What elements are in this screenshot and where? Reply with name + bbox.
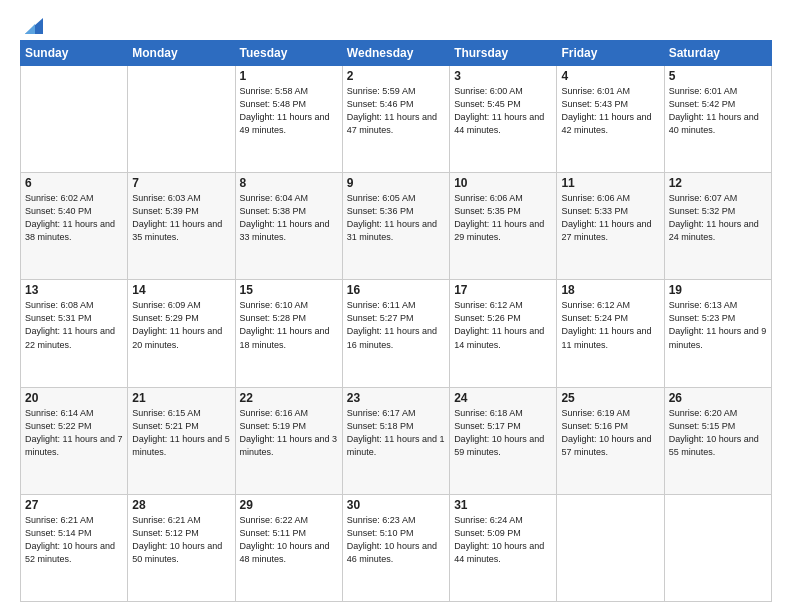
calendar-cell: 30Sunrise: 6:23 AM Sunset: 5:10 PM Dayli… xyxy=(342,494,449,601)
day-number: 21 xyxy=(132,391,230,405)
svg-marker-1 xyxy=(25,24,35,34)
page: SundayMondayTuesdayWednesdayThursdayFrid… xyxy=(0,0,792,612)
calendar-cell: 5Sunrise: 6:01 AM Sunset: 5:42 PM Daylig… xyxy=(664,66,771,173)
day-number: 7 xyxy=(132,176,230,190)
day-info: Sunrise: 6:01 AM Sunset: 5:43 PM Dayligh… xyxy=(561,85,659,137)
day-info: Sunrise: 6:12 AM Sunset: 5:24 PM Dayligh… xyxy=(561,299,659,351)
weekday-header-thursday: Thursday xyxy=(450,41,557,66)
calendar-cell: 29Sunrise: 6:22 AM Sunset: 5:11 PM Dayli… xyxy=(235,494,342,601)
day-info: Sunrise: 6:21 AM Sunset: 5:12 PM Dayligh… xyxy=(132,514,230,566)
day-number: 23 xyxy=(347,391,445,405)
day-number: 1 xyxy=(240,69,338,83)
day-number: 28 xyxy=(132,498,230,512)
calendar-cell: 28Sunrise: 6:21 AM Sunset: 5:12 PM Dayli… xyxy=(128,494,235,601)
day-info: Sunrise: 6:06 AM Sunset: 5:33 PM Dayligh… xyxy=(561,192,659,244)
day-number: 14 xyxy=(132,283,230,297)
calendar-cell: 17Sunrise: 6:12 AM Sunset: 5:26 PM Dayli… xyxy=(450,280,557,387)
day-number: 6 xyxy=(25,176,123,190)
logo-icon xyxy=(21,16,43,34)
day-number: 24 xyxy=(454,391,552,405)
calendar-cell: 26Sunrise: 6:20 AM Sunset: 5:15 PM Dayli… xyxy=(664,387,771,494)
day-number: 31 xyxy=(454,498,552,512)
day-number: 11 xyxy=(561,176,659,190)
day-info: Sunrise: 6:03 AM Sunset: 5:39 PM Dayligh… xyxy=(132,192,230,244)
day-info: Sunrise: 6:06 AM Sunset: 5:35 PM Dayligh… xyxy=(454,192,552,244)
calendar-cell: 19Sunrise: 6:13 AM Sunset: 5:23 PM Dayli… xyxy=(664,280,771,387)
day-info: Sunrise: 6:08 AM Sunset: 5:31 PM Dayligh… xyxy=(25,299,123,351)
weekday-header-wednesday: Wednesday xyxy=(342,41,449,66)
day-number: 8 xyxy=(240,176,338,190)
day-number: 13 xyxy=(25,283,123,297)
calendar-cell xyxy=(21,66,128,173)
calendar-cell: 9Sunrise: 6:05 AM Sunset: 5:36 PM Daylig… xyxy=(342,173,449,280)
day-info: Sunrise: 6:17 AM Sunset: 5:18 PM Dayligh… xyxy=(347,407,445,459)
day-number: 10 xyxy=(454,176,552,190)
day-number: 12 xyxy=(669,176,767,190)
weekday-header-saturday: Saturday xyxy=(664,41,771,66)
day-info: Sunrise: 6:05 AM Sunset: 5:36 PM Dayligh… xyxy=(347,192,445,244)
day-info: Sunrise: 6:09 AM Sunset: 5:29 PM Dayligh… xyxy=(132,299,230,351)
calendar-cell: 2Sunrise: 5:59 AM Sunset: 5:46 PM Daylig… xyxy=(342,66,449,173)
calendar-cell: 25Sunrise: 6:19 AM Sunset: 5:16 PM Dayli… xyxy=(557,387,664,494)
day-info: Sunrise: 6:18 AM Sunset: 5:17 PM Dayligh… xyxy=(454,407,552,459)
calendar-cell: 31Sunrise: 6:24 AM Sunset: 5:09 PM Dayli… xyxy=(450,494,557,601)
day-number: 17 xyxy=(454,283,552,297)
calendar-cell: 3Sunrise: 6:00 AM Sunset: 5:45 PM Daylig… xyxy=(450,66,557,173)
week-row-3: 13Sunrise: 6:08 AM Sunset: 5:31 PM Dayli… xyxy=(21,280,772,387)
day-number: 18 xyxy=(561,283,659,297)
calendar-cell: 27Sunrise: 6:21 AM Sunset: 5:14 PM Dayli… xyxy=(21,494,128,601)
calendar-cell: 16Sunrise: 6:11 AM Sunset: 5:27 PM Dayli… xyxy=(342,280,449,387)
day-info: Sunrise: 6:01 AM Sunset: 5:42 PM Dayligh… xyxy=(669,85,767,137)
day-info: Sunrise: 6:11 AM Sunset: 5:27 PM Dayligh… xyxy=(347,299,445,351)
calendar-cell: 15Sunrise: 6:10 AM Sunset: 5:28 PM Dayli… xyxy=(235,280,342,387)
day-info: Sunrise: 5:59 AM Sunset: 5:46 PM Dayligh… xyxy=(347,85,445,137)
calendar-cell xyxy=(664,494,771,601)
day-number: 2 xyxy=(347,69,445,83)
day-info: Sunrise: 6:19 AM Sunset: 5:16 PM Dayligh… xyxy=(561,407,659,459)
day-number: 19 xyxy=(669,283,767,297)
day-number: 5 xyxy=(669,69,767,83)
calendar-cell: 11Sunrise: 6:06 AM Sunset: 5:33 PM Dayli… xyxy=(557,173,664,280)
day-info: Sunrise: 6:21 AM Sunset: 5:14 PM Dayligh… xyxy=(25,514,123,566)
day-info: Sunrise: 6:23 AM Sunset: 5:10 PM Dayligh… xyxy=(347,514,445,566)
logo xyxy=(20,16,44,30)
day-number: 27 xyxy=(25,498,123,512)
day-info: Sunrise: 6:14 AM Sunset: 5:22 PM Dayligh… xyxy=(25,407,123,459)
calendar-cell: 7Sunrise: 6:03 AM Sunset: 5:39 PM Daylig… xyxy=(128,173,235,280)
day-number: 3 xyxy=(454,69,552,83)
calendar-cell: 4Sunrise: 6:01 AM Sunset: 5:43 PM Daylig… xyxy=(557,66,664,173)
calendar-cell: 21Sunrise: 6:15 AM Sunset: 5:21 PM Dayli… xyxy=(128,387,235,494)
day-number: 29 xyxy=(240,498,338,512)
day-number: 30 xyxy=(347,498,445,512)
weekday-header-tuesday: Tuesday xyxy=(235,41,342,66)
header xyxy=(20,16,772,30)
calendar-cell xyxy=(557,494,664,601)
week-row-1: 1Sunrise: 5:58 AM Sunset: 5:48 PM Daylig… xyxy=(21,66,772,173)
day-info: Sunrise: 6:12 AM Sunset: 5:26 PM Dayligh… xyxy=(454,299,552,351)
weekday-header-sunday: Sunday xyxy=(21,41,128,66)
calendar-cell: 10Sunrise: 6:06 AM Sunset: 5:35 PM Dayli… xyxy=(450,173,557,280)
calendar-cell: 13Sunrise: 6:08 AM Sunset: 5:31 PM Dayli… xyxy=(21,280,128,387)
weekday-header-friday: Friday xyxy=(557,41,664,66)
calendar-cell xyxy=(128,66,235,173)
day-info: Sunrise: 6:13 AM Sunset: 5:23 PM Dayligh… xyxy=(669,299,767,351)
weekday-header-row: SundayMondayTuesdayWednesdayThursdayFrid… xyxy=(21,41,772,66)
day-number: 16 xyxy=(347,283,445,297)
week-row-2: 6Sunrise: 6:02 AM Sunset: 5:40 PM Daylig… xyxy=(21,173,772,280)
calendar-cell: 20Sunrise: 6:14 AM Sunset: 5:22 PM Dayli… xyxy=(21,387,128,494)
day-number: 20 xyxy=(25,391,123,405)
day-info: Sunrise: 6:07 AM Sunset: 5:32 PM Dayligh… xyxy=(669,192,767,244)
calendar-cell: 22Sunrise: 6:16 AM Sunset: 5:19 PM Dayli… xyxy=(235,387,342,494)
day-info: Sunrise: 6:00 AM Sunset: 5:45 PM Dayligh… xyxy=(454,85,552,137)
day-number: 9 xyxy=(347,176,445,190)
day-info: Sunrise: 6:02 AM Sunset: 5:40 PM Dayligh… xyxy=(25,192,123,244)
day-info: Sunrise: 5:58 AM Sunset: 5:48 PM Dayligh… xyxy=(240,85,338,137)
week-row-4: 20Sunrise: 6:14 AM Sunset: 5:22 PM Dayli… xyxy=(21,387,772,494)
calendar-table: SundayMondayTuesdayWednesdayThursdayFrid… xyxy=(20,40,772,602)
day-number: 25 xyxy=(561,391,659,405)
weekday-header-monday: Monday xyxy=(128,41,235,66)
day-info: Sunrise: 6:10 AM Sunset: 5:28 PM Dayligh… xyxy=(240,299,338,351)
calendar-cell: 24Sunrise: 6:18 AM Sunset: 5:17 PM Dayli… xyxy=(450,387,557,494)
day-info: Sunrise: 6:16 AM Sunset: 5:19 PM Dayligh… xyxy=(240,407,338,459)
day-number: 4 xyxy=(561,69,659,83)
